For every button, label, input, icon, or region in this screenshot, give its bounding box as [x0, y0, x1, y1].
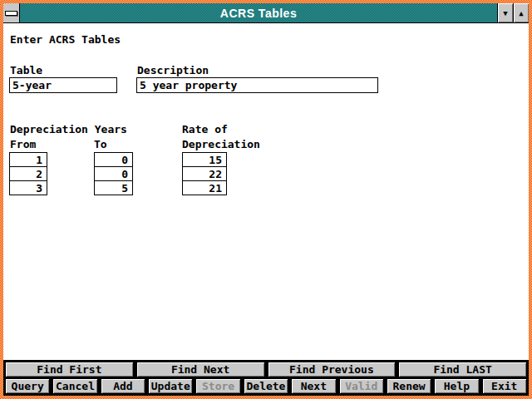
action-button-row: Query Cancel Add Update Store Delete Nex…	[5, 378, 527, 394]
titlebar: ACRS Tables ▼ ▲	[3, 3, 529, 23]
rate-input-row3[interactable]	[182, 180, 227, 195]
renew-button[interactable]: Renew	[387, 378, 431, 394]
delete-button[interactable]: Delete	[244, 378, 288, 394]
page-title: Enter ACRS Tables	[10, 33, 121, 46]
maximize-button[interactable]: ▲	[513, 3, 529, 22]
find-last-button[interactable]: Find LAST	[398, 362, 527, 377]
minimize-icon: ▼	[503, 9, 507, 17]
form-area: Enter ACRS Tables Table Description Depr…	[3, 23, 529, 360]
depreciation-years-header: Depreciation Years	[10, 123, 127, 135]
find-button-row: Find First Find Next Find Previous Find …	[5, 362, 527, 377]
depreciation-header: Depreciation	[182, 138, 260, 150]
add-button[interactable]: Add	[101, 378, 145, 394]
rate-input-row1[interactable]	[182, 152, 227, 167]
find-next-button[interactable]: Find Next	[136, 362, 265, 377]
rate-input-row2[interactable]	[182, 166, 227, 181]
maximize-icon: ▲	[519, 9, 523, 17]
help-button[interactable]: Help	[434, 378, 479, 394]
to-input-row1[interactable]	[94, 152, 133, 167]
query-button[interactable]: Query	[5, 378, 50, 394]
rate-column	[182, 152, 227, 195]
valid-button: Valid	[339, 378, 384, 394]
table-label: Table	[10, 64, 42, 76]
update-button[interactable]: Update	[148, 378, 193, 394]
from-input-row2[interactable]	[9, 166, 47, 181]
to-header: To	[94, 138, 107, 150]
system-menu-button[interactable]	[3, 3, 20, 22]
next-button[interactable]: Next	[291, 378, 336, 394]
description-input[interactable]	[136, 77, 378, 93]
minimize-button[interactable]: ▼	[497, 3, 513, 22]
store-button: Store	[195, 378, 240, 394]
cancel-button[interactable]: Cancel	[52, 378, 97, 394]
button-area: Find First Find Next Find Previous Find …	[3, 360, 529, 396]
from-header: From	[10, 138, 36, 150]
find-first-button[interactable]: Find First	[5, 362, 134, 377]
to-column	[94, 152, 133, 195]
from-input-row3[interactable]	[9, 180, 47, 195]
rate-of-header: Rate of	[182, 123, 228, 135]
description-label: Description	[137, 64, 209, 76]
system-menu-icon	[5, 11, 17, 16]
from-input-row1[interactable]	[9, 152, 47, 167]
to-input-row2[interactable]	[94, 166, 133, 181]
exit-button[interactable]: Exit	[482, 378, 527, 394]
window-title: ACRS Tables	[220, 7, 297, 20]
acrs-tables-window: ACRS Tables ▼ ▲ Enter ACRS Tables Table …	[0, 0, 532, 399]
find-previous-button[interactable]: Find Previous	[268, 362, 397, 377]
from-column	[9, 152, 47, 195]
to-input-row3[interactable]	[94, 180, 133, 195]
table-input[interactable]	[9, 77, 117, 93]
titlebar-caption: ACRS Tables	[20, 3, 497, 22]
